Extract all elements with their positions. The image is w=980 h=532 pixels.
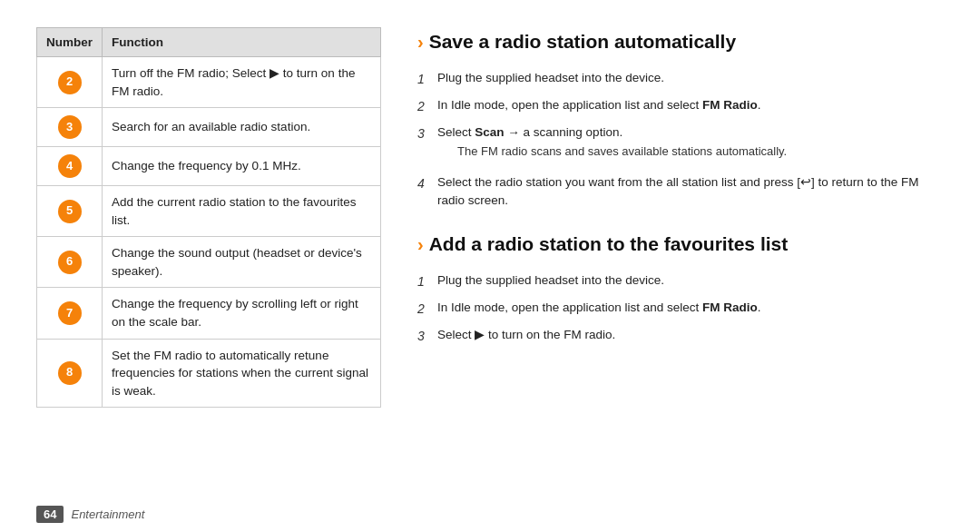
step-item: 2 In Idle mode, open the application lis…	[417, 96, 944, 116]
function-cell: Change the frequency by scrolling left o…	[103, 288, 381, 339]
step-item: 4 Select the radio station you want from…	[417, 173, 944, 211]
col-function: Function	[103, 28, 381, 57]
table-row: 7Change the frequency by scrolling left …	[37, 288, 381, 339]
number-badge: 3	[58, 115, 82, 139]
section1-title: › Save a radio station automatically	[417, 27, 944, 56]
table-row: 5Add the current radio station to the fa…	[37, 186, 381, 237]
function-cell: Turn off the FM radio; Select ▶ to turn …	[103, 57, 381, 108]
footer: 64 Entertainment	[0, 498, 980, 532]
chevron-icon-2: ›	[417, 231, 424, 258]
step4-text: Select the radio station you want from t…	[437, 173, 944, 211]
badge-cell: 8	[37, 339, 103, 408]
number-badge: 7	[58, 301, 82, 325]
table-row: 6Change the sound output (headset or dev…	[37, 237, 381, 288]
badge-cell: 6	[37, 237, 103, 288]
section2-title: › Add a radio station to the favourites …	[417, 230, 944, 259]
step-item: 1 Plug the supplied headset into the dev…	[417, 271, 944, 291]
page-number: 64	[36, 506, 64, 523]
function-cell: Change the frequency by 0.1 MHz.	[103, 147, 381, 186]
badge-cell: 4	[37, 147, 103, 186]
number-badge: 4	[58, 154, 82, 178]
number-badge: 8	[58, 361, 82, 385]
table-row: 2Turn off the FM radio; Select ▶ to turn…	[37, 57, 381, 108]
step-item: 3 Select ▶ to turn on the FM radio.	[417, 326, 944, 346]
number-badge: 6	[58, 251, 82, 274]
function-cell: Set the FM radio to automatically retune…	[103, 339, 381, 408]
col-number: Number	[37, 28, 103, 57]
section1-title-text: Save a radio station automatically	[429, 27, 736, 56]
right-column: › Save a radio station automatically 1 P…	[417, 27, 944, 480]
section1-steps: 1 Plug the supplied headset into the dev…	[417, 69, 944, 211]
section2-steps: 1 Plug the supplied headset into the dev…	[417, 271, 944, 346]
footer-label: Entertainment	[71, 507, 144, 521]
table-row: 3Search for an available radio station.	[37, 108, 381, 147]
section2-title-text: Add a radio station to the favourites li…	[429, 230, 789, 259]
left-column: Number Function 2Turn off the FM radio; …	[36, 27, 381, 480]
step-item: 3 Select Scan → a scanning option. The F…	[417, 123, 944, 166]
function-cell: Add the current radio station to the fav…	[103, 186, 381, 237]
table-row: 8Set the FM radio to automatically retun…	[37, 339, 381, 408]
step2-text: In Idle mode, open the application list …	[437, 96, 944, 116]
table-row: 4Change the frequency by 0.1 MHz.	[37, 147, 381, 186]
number-badge: 5	[58, 200, 82, 223]
s2-step3-text: Select ▶ to turn on the FM radio.	[437, 326, 944, 346]
step3-text: Select Scan → a scanning option.	[437, 125, 622, 139]
function-cell: Change the sound output (headset or devi…	[103, 237, 381, 288]
step3-subnote: The FM radio scans and saves available s…	[457, 143, 944, 161]
s2-step2-text: In Idle mode, open the application list …	[437, 299, 944, 319]
number-badge: 2	[58, 71, 82, 94]
chevron-icon: ›	[417, 28, 424, 55]
badge-cell: 7	[37, 288, 103, 339]
function-cell: Search for an available radio station.	[103, 108, 381, 147]
s2-step1-text: Plug the supplied headset into the devic…	[437, 271, 944, 291]
step1-text: Plug the supplied headset into the devic…	[437, 69, 944, 89]
badge-cell: 3	[37, 108, 103, 147]
badge-cell: 5	[37, 186, 103, 237]
badge-cell: 2	[37, 57, 103, 108]
step-item: 2 In Idle mode, open the application lis…	[417, 299, 944, 319]
step-item: 1 Plug the supplied headset into the dev…	[417, 69, 944, 89]
function-table: Number Function 2Turn off the FM radio; …	[36, 27, 381, 408]
